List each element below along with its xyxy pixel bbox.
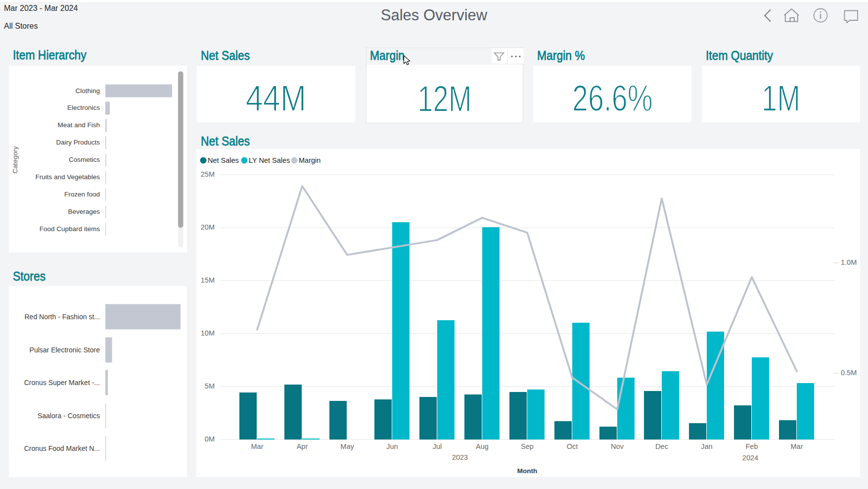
svg-text:Saalora - Cosmetics: Saalora - Cosmetics	[38, 412, 100, 420]
svg-text:25M: 25M	[201, 170, 215, 178]
svg-text:5M: 5M	[205, 382, 215, 390]
svg-text:Oct: Oct	[567, 442, 578, 450]
svg-text:May: May	[340, 442, 354, 450]
svg-text:Red North - Fashion st...: Red North - Fashion st...	[24, 313, 100, 321]
svg-text:Beverages: Beverages	[68, 208, 100, 215]
svg-text:10M: 10M	[201, 329, 215, 337]
svg-text:Dairy Products: Dairy Products	[56, 139, 100, 146]
svg-text:Feb: Feb	[746, 442, 758, 450]
svg-text:Mar: Mar	[791, 442, 803, 450]
svg-text:20M: 20M	[201, 223, 215, 231]
svg-text:Fruits and Vegetables: Fruits and Vegetables	[35, 173, 100, 181]
svg-text:Apr: Apr	[297, 442, 308, 450]
svg-text:Month: Month	[517, 467, 537, 475]
svg-text:Margin: Margin	[299, 156, 320, 164]
svg-text:LY Net Sales: LY Net Sales	[249, 156, 290, 164]
svg-text:Sep: Sep	[521, 442, 534, 450]
svg-text:2024: 2024	[742, 454, 758, 462]
svg-text:Cronus Super Market -...: Cronus Super Market -...	[24, 379, 100, 387]
svg-text:Meat and Fish: Meat and Fish	[57, 121, 100, 129]
svg-text:Electronics: Electronics	[67, 104, 100, 111]
svg-text:Cosmetics: Cosmetics	[69, 156, 100, 163]
svg-text:Pulsar Electronic Store: Pulsar Electronic Store	[30, 346, 100, 354]
svg-text:0M: 0M	[205, 435, 215, 443]
svg-text:Jun: Jun	[386, 442, 398, 450]
svg-text:Clothing: Clothing	[75, 87, 100, 95]
svg-text:Mar: Mar	[251, 442, 264, 450]
svg-text:2023: 2023	[452, 453, 468, 461]
svg-text:Net Sales: Net Sales	[208, 156, 239, 164]
svg-text:Food Cupbard items: Food Cupbard items	[40, 225, 100, 233]
svg-text:15M: 15M	[201, 276, 215, 284]
svg-text:Jan: Jan	[701, 442, 712, 450]
svg-text:0.5M: 0.5M	[841, 369, 857, 377]
svg-text:Category: Category	[11, 146, 19, 173]
svg-text:Frozen food: Frozen food	[64, 191, 100, 198]
svg-text:Nov: Nov	[611, 442, 624, 450]
svg-text:Cronus Food Market N...: Cronus Food Market N...	[24, 444, 100, 452]
svg-text:Aug: Aug	[476, 442, 489, 450]
svg-text:Jul: Jul	[433, 442, 442, 450]
svg-text:Dec: Dec	[655, 442, 668, 450]
svg-text:1.0M: 1.0M	[841, 258, 857, 266]
